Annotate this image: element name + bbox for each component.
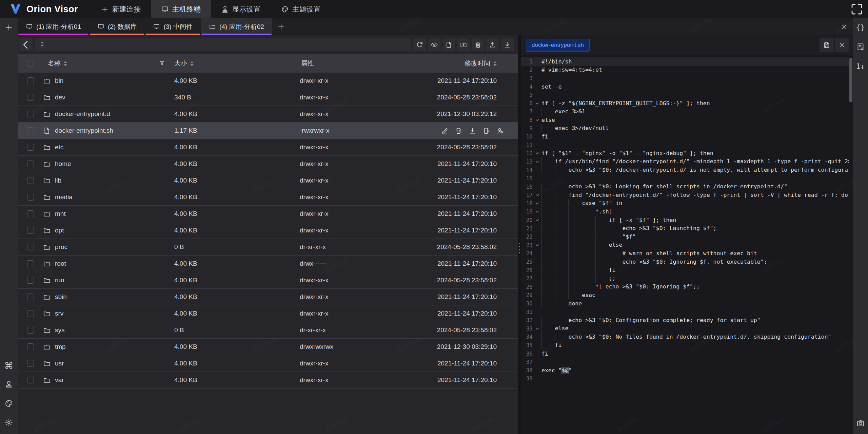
file-row-dev[interactable]: dev340 Bdrwxr-xr-x2024-05-28 23:58:02 (18, 89, 518, 106)
code-line-39[interactable]: 39 (521, 375, 849, 383)
new-file-button[interactable] (442, 38, 455, 51)
code-line-1[interactable]: 1#!/bin/sh (521, 57, 849, 66)
row-checkbox[interactable] (27, 94, 34, 101)
braces-rail-button[interactable]: {} (854, 20, 867, 34)
sort-icon[interactable] (190, 61, 194, 66)
fold-chevron-icon[interactable] (533, 209, 541, 214)
row-checkbox[interactable] (27, 161, 34, 167)
fold-chevron-icon[interactable] (533, 218, 541, 223)
new-folder-button[interactable] (457, 38, 470, 51)
code-line-26[interactable]: 26fi (521, 266, 849, 275)
code-line-29[interactable]: 29esac (521, 291, 849, 300)
file-row-docker-entrypoint.d[interactable]: docker-entrypoint.d4.00 KBdrwxr-xr-x2021… (18, 106, 518, 122)
fold-chevron-icon[interactable] (533, 159, 541, 164)
file-row-srv[interactable]: srv4.00 KBdrwxr-xr-x2021-11-24 17:20:10 (18, 305, 518, 322)
file-row-var[interactable]: var4.00 KBdrwxr-xr-x2021-11-24 17:20:10 (18, 372, 518, 389)
code-line-20[interactable]: 20if [ -x "$f" ]; then (521, 216, 849, 224)
sort-icon[interactable] (64, 61, 67, 66)
download-button[interactable] (501, 38, 514, 51)
row-checkbox[interactable] (27, 360, 34, 367)
delete-row-button[interactable] (455, 127, 462, 135)
file-row-tmp[interactable]: tmp4.00 KBdrwxrwxrwx2021-12-30 03:29:10 (18, 339, 518, 355)
column-name[interactable]: 名称 (43, 59, 170, 68)
code-line-38[interactable]: 38exec "$@" (521, 366, 849, 375)
file-row-bin[interactable]: bin4.00 KBdrwxr-xr-x2021-11-24 17:20:10 (18, 73, 518, 89)
code-line-34[interactable]: 34echo >&3 "$0: No files found in /docke… (521, 333, 849, 341)
camera-rail-button[interactable] (854, 416, 867, 430)
panel-divider[interactable] (518, 35, 521, 434)
code-line-35[interactable]: 35fi (521, 341, 849, 350)
file-row-opt[interactable]: opt4.00 KBdrwxr-xr-x2021-11-24 17:20:10 (18, 222, 518, 239)
file-row-sbin[interactable]: sbin4.00 KBdrwxr-xr-x2021-11-24 17:20:10 (18, 289, 518, 305)
code-line-21[interactable]: 21echo >&3 "$0: Launching $f"; (521, 224, 849, 233)
row-checkbox[interactable] (27, 144, 34, 151)
code-line-18[interactable]: 18case "$f" in (521, 199, 849, 208)
row-checkbox[interactable] (27, 277, 34, 284)
code-line-12[interactable]: 12if [ "$1" = "nginx" -o "$1" = "nginx-d… (521, 149, 849, 158)
terminal-tab-4[interactable]: (4) 应用-分析02 (201, 18, 272, 35)
code-line-28[interactable]: 28*) echo >&3 "$0: Ignoring $f";; (521, 283, 849, 291)
row-checkbox[interactable] (27, 77, 34, 84)
code-line-4[interactable]: 4set -e (521, 82, 849, 91)
edit-row-button[interactable] (441, 127, 449, 135)
terminal-tab-1[interactable]: (1) 应用-分析01 (18, 18, 89, 35)
code-line-9[interactable]: 9exec 3>/dev/null (521, 124, 849, 133)
download-row-button[interactable] (469, 127, 476, 135)
code-line-15[interactable]: 15 (521, 174, 849, 183)
column-time[interactable]: 修改时间 (433, 59, 518, 68)
code-line-10[interactable]: 10fi (521, 132, 849, 141)
code-line-16[interactable]: 16echo >&3 "$0: Looking for shell script… (521, 183, 849, 191)
row-checkbox[interactable] (27, 210, 34, 217)
close-editor-button[interactable] (835, 38, 849, 52)
doc-bookmark-rail-button[interactable] (854, 40, 867, 54)
code-line-14[interactable]: 14echo >&3 "$0: /docker-entrypoint.d/ is… (521, 166, 849, 174)
fold-chevron-icon[interactable] (533, 101, 541, 106)
terminal-tab-3[interactable]: (3) 中间件 (145, 18, 201, 35)
row-checkbox[interactable] (27, 244, 34, 250)
row-checkbox[interactable] (27, 327, 34, 334)
trash-button[interactable] (472, 38, 485, 51)
refresh-button[interactable] (413, 38, 426, 51)
file-row-mnt[interactable]: mnt4.00 KBdrwxr-xr-x2021-11-24 17:20:10 (18, 206, 518, 222)
code-line-25[interactable]: 25echo >&3 "$0: Ignoring $f, not executa… (521, 258, 849, 266)
select-all-checkbox[interactable] (27, 60, 34, 67)
path-input[interactable] (48, 38, 407, 51)
terminal-tab-2[interactable]: (2) 数据库 (89, 18, 145, 35)
open-file-tab[interactable]: docker-entrypoint.sh (526, 39, 590, 52)
code-line-30[interactable]: 30done (521, 299, 849, 308)
file-row-sys[interactable]: sys0 Bdr-xr-xr-x2024-05-28 23:58:02 (18, 322, 518, 339)
row-checkbox[interactable] (27, 294, 34, 300)
nav-item-1[interactable]: 主机终端 (151, 0, 211, 18)
permission-row-button[interactable] (496, 127, 504, 135)
fold-chevron-icon[interactable] (533, 243, 541, 248)
row-checkbox[interactable] (27, 111, 34, 117)
code-line-3[interactable]: 3 (521, 74, 849, 82)
row-checkbox[interactable] (27, 310, 34, 317)
code-line-8[interactable]: 8else (521, 116, 849, 124)
file-row-home[interactable]: home4.00 KBdrwxr-xr-x2021-11-24 17:20:10 (18, 156, 518, 172)
row-checkbox[interactable] (27, 227, 34, 234)
nav-item-3[interactable]: 主题设置 (271, 0, 331, 18)
code-line-33[interactable]: 33else (521, 324, 849, 333)
new-tab-button[interactable] (272, 18, 290, 35)
back-button[interactable] (19, 38, 33, 51)
editor-scrollbar[interactable] (849, 57, 853, 434)
move-row-button[interactable] (482, 127, 490, 135)
row-checkbox[interactable] (27, 194, 34, 201)
sort-icon[interactable] (493, 61, 497, 66)
copy-row-button[interactable] (433, 127, 435, 135)
row-checkbox[interactable] (27, 127, 34, 134)
sort-lines-rail-button[interactable]: 1↓ (854, 60, 867, 73)
file-row-run[interactable]: run4.00 KBdrwxr-xr-x2024-05-28 23:58:02 (18, 272, 518, 289)
code-line-19[interactable]: 19*.sh) (521, 208, 849, 216)
palette-rail-button[interactable] (2, 397, 16, 410)
scrollbar-thumb[interactable] (849, 58, 852, 102)
close-tabbar-button[interactable] (836, 18, 853, 35)
code-line-37[interactable]: 37 (521, 358, 849, 366)
row-checkbox[interactable] (27, 260, 34, 267)
file-row-docker-entrypoint.sh[interactable]: docker-entrypoint.sh1.17 KB-rwxrwxr-x (18, 122, 518, 139)
brand[interactable]: Orion Visor (0, 0, 91, 18)
file-row-etc[interactable]: etc4.00 KBdrwxr-xr-x2024-05-28 23:58:02 (18, 139, 518, 156)
save-editor-button[interactable] (820, 38, 834, 52)
code-line-22[interactable]: 22"$f" (521, 232, 849, 241)
